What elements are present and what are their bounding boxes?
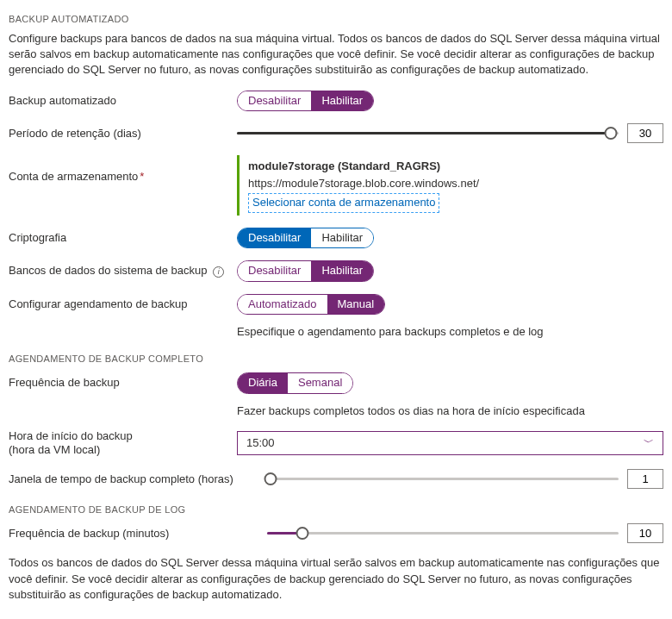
auto-backup-disable[interactable]: Desabilitar xyxy=(238,91,311,111)
chevron-down-icon: ﹀ xyxy=(644,435,654,450)
retention-label: Período de retenção (dias) xyxy=(9,127,237,141)
full-backup-section-title: AGENDAMENTO DE BACKUP COMPLETO xyxy=(9,353,663,364)
encryption-enable[interactable]: Habilitar xyxy=(311,228,373,248)
frequency-weekly[interactable]: Semanal xyxy=(288,373,352,393)
window-slider[interactable] xyxy=(267,472,619,487)
log-freq-input[interactable] xyxy=(627,523,663,543)
auto-backup-enable[interactable]: Habilitar xyxy=(311,91,373,111)
encryption-disable[interactable]: Desabilitar xyxy=(238,228,311,248)
storage-name: module7storage (Standard_RAGRS) xyxy=(248,158,479,175)
start-time-select[interactable]: 15:00 ﹀ xyxy=(237,431,663,455)
frequency-helper: Fazer backups completos todos os dias na… xyxy=(237,404,585,417)
window-input[interactable] xyxy=(627,469,663,489)
encryption-label: Criptografia xyxy=(9,231,237,245)
window-label: Janela de tempo de backup completo (hora… xyxy=(9,472,267,486)
log-backup-section-title: AGENDAMENTO DE BACKUP DE LOG xyxy=(9,504,663,515)
info-icon[interactable]: i xyxy=(213,266,224,278)
start-time-label: Hora de início do backup (hora da VM loc… xyxy=(9,429,237,458)
frequency-toggle[interactable]: Diária Semanal xyxy=(237,372,353,394)
frequency-label: Frequência de backup xyxy=(9,372,237,390)
start-time-value: 15:00 xyxy=(246,436,275,449)
section-description: Configure backups para bancos de dados n… xyxy=(9,31,663,78)
systemdb-disable[interactable]: Desabilitar xyxy=(238,261,311,281)
retention-input[interactable] xyxy=(627,123,663,143)
retention-slider[interactable] xyxy=(237,126,619,141)
schedule-label: Configurar agendamento de backup xyxy=(9,294,237,311)
required-star: * xyxy=(140,170,144,183)
log-freq-label: Frequência de backup (minutos) xyxy=(9,527,267,541)
storage-url: https://module7storage.blob.core.windows… xyxy=(248,175,479,192)
schedule-auto[interactable]: Automatizado xyxy=(238,295,327,315)
schedule-toggle[interactable]: Automatizado Manual xyxy=(237,294,385,316)
encryption-toggle[interactable]: Desabilitar Habilitar xyxy=(237,228,374,249)
schedule-helper: Especifique o agendamento para backups c… xyxy=(237,325,544,338)
footer-description: Todos os bancos de dados do SQL Server d… xyxy=(9,555,663,603)
auto-backup-label: Backup automatizado xyxy=(9,94,237,108)
auto-backup-toggle[interactable]: Desabilitar Habilitar xyxy=(237,91,374,112)
systemdb-enable[interactable]: Habilitar xyxy=(311,261,373,281)
section-title: BACKUP AUTOMATIZADO xyxy=(9,14,663,24)
frequency-daily[interactable]: Diária xyxy=(238,373,288,393)
systemdb-label: Bancos de dados do sistema de backup i xyxy=(9,264,237,278)
schedule-manual[interactable]: Manual xyxy=(327,295,385,315)
select-storage-link[interactable]: Selecionar conta de armazenamento xyxy=(248,193,439,212)
systemdb-toggle[interactable]: Desabilitar Habilitar xyxy=(237,260,374,282)
storage-label: Conta de armazenamento* xyxy=(9,155,237,184)
log-freq-slider[interactable] xyxy=(267,526,619,541)
storage-block: module7storage (Standard_RAGRS) https://… xyxy=(237,155,479,215)
